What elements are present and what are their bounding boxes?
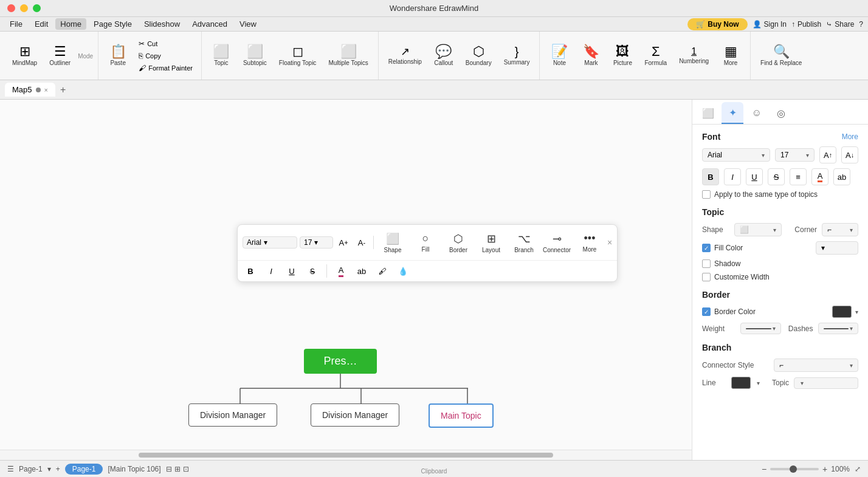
child-node-2[interactable]: Division Manager [311, 403, 399, 427]
menu-file[interactable]: File [5, 18, 27, 30]
zoom-minus-button[interactable]: − [762, 464, 766, 474]
float-shape-button[interactable]: ⬜ Shape [377, 227, 408, 258]
child-node-1[interactable]: Division Manager [188, 403, 277, 427]
add-tab-button[interactable]: + [58, 84, 68, 95]
right-tab-style[interactable]: ✦ [722, 102, 743, 124]
canvas-area[interactable]: Pres… Division Manager Division Manager … [0, 100, 692, 460]
buy-now-button[interactable]: 🛒 Buy Now [687, 18, 747, 30]
picture-button[interactable]: 🖼 Picture [608, 36, 637, 75]
menu-home[interactable]: Home [55, 18, 86, 30]
paste-button[interactable]: 📋 Paste [103, 36, 133, 75]
summary-button[interactable]: } Summary [499, 36, 535, 75]
bold-button[interactable]: B [702, 168, 719, 185]
float-branch-button[interactable]: ⌥ Branch [509, 227, 539, 258]
more-insert-button[interactable]: ▦ More [716, 36, 745, 75]
layout-icon-2[interactable]: ⊞ [174, 465, 181, 473]
subtopic-button[interactable]: ⬜ Subtopic [238, 36, 272, 75]
find-replace-button[interactable]: 🔍 Find & Replace [756, 36, 807, 75]
menu-edit[interactable]: Edit [30, 18, 53, 30]
connector-style-select[interactable]: ⌐ ▾ [774, 359, 858, 372]
menu-view[interactable]: View [235, 18, 261, 30]
note-button[interactable]: 📝 Note [545, 36, 574, 75]
float-size-decrease-button[interactable]: A- [354, 235, 370, 250]
formula-button[interactable]: Σ Formula [639, 36, 672, 75]
right-tab-format[interactable]: ⬜ [697, 102, 719, 124]
text-bg-button[interactable]: ab [833, 168, 850, 185]
share-button[interactable]: ⤷ Share [826, 20, 854, 29]
float-text-bg-button[interactable]: 🖋 [374, 263, 390, 279]
font-size-decrease-button[interactable]: A↓ [841, 146, 858, 163]
float-more-button[interactable]: ••• More [574, 227, 605, 258]
layout-icon-1[interactable]: ⊟ [166, 465, 172, 473]
mindmap-button[interactable]: ⊞ MindMap [7, 36, 42, 75]
zoom-thumb[interactable] [790, 465, 797, 473]
float-close-button[interactable]: × [607, 238, 612, 247]
fill-color-checkbox[interactable]: ✓ [702, 244, 711, 252]
strikethrough-button[interactable]: S [768, 168, 785, 185]
float-size-increase-button[interactable]: A+ [336, 235, 351, 250]
customize-width-checkbox[interactable] [702, 273, 711, 281]
float-size-select[interactable]: 17 ▾ [300, 236, 333, 249]
apply-same-checkbox[interactable] [702, 190, 711, 199]
float-underline-button[interactable]: U [284, 263, 300, 279]
border-color-checkbox[interactable]: ✓ [702, 307, 711, 316]
float-layout-button[interactable]: ⊞ Layout [476, 227, 506, 258]
dashes-select[interactable]: ▾ [818, 323, 859, 334]
underline-button[interactable]: U [746, 168, 763, 185]
tab-close-icon[interactable]: × [44, 86, 48, 94]
relationship-button[interactable]: ↗ Relationship [384, 36, 427, 75]
copy-button[interactable]: ⎘ Copy [135, 50, 196, 61]
float-text-color-button[interactable]: A [333, 263, 349, 279]
page-tab-1[interactable]: Page-1 [65, 464, 103, 475]
align-button[interactable]: ≡ [790, 168, 807, 185]
float-dropper-button[interactable]: 💧 [395, 263, 411, 279]
line-color-swatch[interactable] [731, 377, 751, 389]
expand-icon[interactable]: ⤢ [855, 465, 861, 473]
float-border-button[interactable]: ⬡ Border [443, 227, 474, 258]
font-size-select[interactable]: 17 ▾ [775, 148, 815, 162]
sign-in-button[interactable]: 👤 Sign In [753, 20, 787, 29]
format-painter-button[interactable]: 🖌 Format Painter [135, 63, 196, 74]
layout-icon-3[interactable]: ⊡ [183, 465, 189, 473]
branch-topic-select[interactable]: ▾ [794, 377, 858, 389]
float-bold-button[interactable]: B [243, 263, 258, 279]
floating-topic-button[interactable]: ◻ Floating Topic [274, 36, 322, 75]
help-button[interactable]: ? [859, 20, 863, 29]
corner-select[interactable]: ⌐ ▾ [822, 223, 858, 236]
text-color-button[interactable]: A [811, 168, 828, 185]
menu-slideshow[interactable]: Slideshow [139, 18, 185, 30]
boundary-button[interactable]: ⬡ Boundary [461, 36, 497, 75]
zoom-slider[interactable] [770, 468, 819, 470]
publish-button[interactable]: ↑ Publish [791, 20, 821, 29]
root-node[interactable]: Pres… [304, 349, 377, 374]
minimize-button[interactable] [20, 4, 28, 12]
font-family-select[interactable]: Arial ▾ [702, 148, 770, 162]
float-highlight-button[interactable]: ab [354, 263, 370, 279]
callout-button[interactable]: 💬 Callout [429, 36, 458, 75]
border-color-swatch[interactable] [832, 306, 852, 318]
float-connector-button[interactable]: ⊸ Connector [542, 227, 572, 258]
float-font-select[interactable]: Arial ▾ [243, 236, 297, 249]
multiple-topics-button[interactable]: ⬜ Multiple Topics [323, 36, 373, 75]
numbering-button[interactable]: 1 Numbering [674, 36, 714, 75]
shadow-checkbox[interactable] [702, 259, 711, 268]
menu-page-style[interactable]: Page Style [89, 18, 137, 30]
font-size-increase-button[interactable]: A↑ [819, 146, 836, 163]
float-fill-button[interactable]: ○ Fill [410, 227, 441, 258]
cut-button[interactable]: ✂ Cut [135, 38, 196, 49]
fill-color-select[interactable]: ▾ [816, 241, 858, 255]
italic-button[interactable]: I [724, 168, 741, 185]
maximize-button[interactable] [33, 4, 41, 12]
zoom-plus-button[interactable]: + [822, 464, 827, 474]
close-button[interactable] [7, 4, 15, 12]
child-node-3[interactable]: Main Topic [429, 403, 494, 428]
float-italic-button[interactable]: I [263, 263, 279, 279]
add-page-button[interactable]: + [56, 465, 60, 473]
font-more-button[interactable]: More [842, 132, 858, 141]
outliner-button[interactable]: ☰ Outliner [44, 36, 75, 75]
right-tab-emoji[interactable]: ☺ [746, 102, 768, 124]
tab-map5[interactable]: Map5 × [5, 83, 55, 97]
scroll-thumb[interactable] [139, 453, 554, 458]
menu-advanced[interactable]: Advanced [187, 18, 232, 30]
right-tab-settings[interactable]: ◎ [770, 102, 792, 124]
